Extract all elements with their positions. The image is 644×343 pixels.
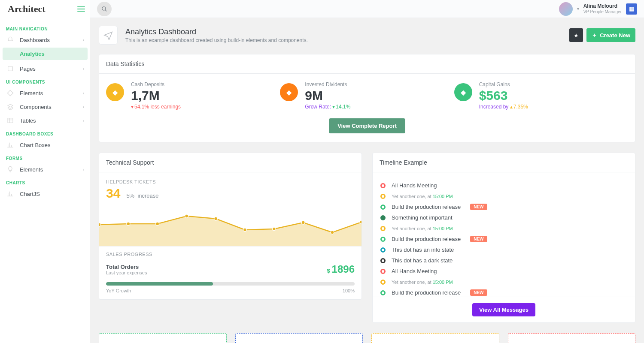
sidebar-item-tables[interactable]: Tables› [3, 114, 88, 127]
svg-point-8 [156, 222, 159, 226]
sidebar-item-label: Analytics [20, 51, 45, 57]
timeline-dot [380, 247, 386, 253]
sidebar-item-analytics[interactable]: Analytics [3, 48, 88, 60]
svg-line-5 [105, 9, 107, 11]
timeline-item: All Hands Meeting [380, 180, 627, 191]
stats-header: Data Statistics [99, 54, 635, 74]
svg-point-11 [243, 228, 247, 232]
sidebar-item-label: ChartJS [20, 191, 40, 197]
menu-toggle-icon[interactable] [77, 6, 85, 12]
brand-logo: Architect [8, 3, 46, 15]
plane-icon [103, 30, 113, 40]
sidebar-item-label: Tables [20, 117, 36, 124]
sidebar-item-chartjs[interactable]: ChartJS [3, 187, 88, 201]
stat-label: Invested Dividents [305, 81, 350, 87]
sales-legend: SALES PROGRESS [99, 246, 361, 257]
sidebar-item-label: Components [20, 104, 52, 110]
stat-delta: 54.1% [131, 104, 149, 110]
stat-icon: ◆ [454, 83, 472, 101]
chevron-right-icon: › [83, 167, 84, 172]
timeline-dot [380, 183, 386, 188]
sidebar: Architect MAIN NAVIGATIONDashboards›Anal… [0, 0, 90, 343]
support-header: Technical Support [99, 153, 361, 172]
timeline-text: Build the production release [392, 289, 461, 296]
sidebar-item-components[interactable]: Components› [3, 100, 88, 114]
timeline-item: This dot has an info state [380, 244, 627, 255]
sidebar-item-label: Dashboards [20, 37, 50, 43]
stat-icon: ◆ [106, 83, 124, 101]
search-button[interactable] [97, 2, 112, 16]
create-new-button[interactable]: ＋ Create New [586, 28, 635, 42]
mini-card-3[interactable] [371, 333, 499, 343]
view-messages-button[interactable]: View All Messages [472, 303, 535, 316]
topbar: ▾ Alina Mclourd VP People Manager ▦ [90, 0, 644, 18]
orders-subtitle: Last year expenses [106, 270, 147, 275]
helpdesk-pct: 5% [126, 193, 134, 199]
timeline-item: Yet another one, at 15:00 PM [380, 277, 627, 287]
sidebar-item-label: Elements [20, 90, 43, 96]
timeline-dot [380, 258, 386, 263]
sidebar-item-elements[interactable]: Elements› [3, 162, 88, 176]
helpdesk-note: increase [137, 193, 158, 199]
support-card: Technical Support HELPDESK TICKETS 34 5%… [99, 153, 362, 300]
sidebar-item-elements[interactable]: Elements› [3, 86, 88, 100]
orders-amount: $1896 [327, 263, 355, 275]
diamond-icon [7, 90, 14, 96]
star-icon: ★ [574, 32, 579, 39]
svg-point-14 [331, 231, 334, 234]
svg-point-9 [185, 214, 188, 218]
chevron-right-icon: › [83, 105, 84, 109]
helpdesk-chart [99, 203, 361, 246]
timeline-dot [380, 215, 386, 220]
svg-point-6 [99, 223, 101, 226]
mini-card-2[interactable] [235, 333, 363, 343]
nav-heading: UI COMPONENTS [3, 75, 88, 86]
mini-card-1[interactable] [99, 333, 227, 343]
timeline-text: This dot has a dark state [392, 257, 453, 264]
avatar[interactable] [559, 2, 573, 16]
timeline-dot [380, 226, 386, 231]
timeline-item: Build the production releaseNEW [380, 202, 627, 212]
timeline-dot [380, 194, 386, 199]
sidebar-item-dashboards[interactable]: Dashboards› [3, 33, 88, 47]
svg-rect-0 [8, 66, 13, 71]
layers-icon [7, 103, 14, 110]
timeline-dot [380, 205, 386, 210]
favorite-button[interactable]: ★ [569, 28, 583, 42]
timeline-item: All Hands Meeting [380, 266, 627, 277]
new-badge: NEW [470, 204, 487, 210]
helpdesk-value: 34 [106, 186, 120, 201]
timeline-text: All Hands Meeting [392, 182, 437, 189]
timeline-item: Yet another one, at 15:00 PM [380, 223, 627, 234]
view-report-button[interactable]: View Complete Report [329, 118, 405, 133]
nav-menu: MAIN NAVIGATIONDashboards›AnalyticsPages… [0, 18, 90, 343]
timeline-card: Timeline Example All Hands MeetingYet an… [372, 153, 635, 323]
chevron-down-icon[interactable]: ▾ [577, 6, 579, 11]
svg-rect-1 [8, 118, 13, 123]
user-role: VP People Manager [583, 9, 622, 15]
bulb-icon [7, 166, 14, 173]
svg-point-10 [214, 217, 218, 220]
sidebar-item-pages[interactable]: Pages› [3, 62, 88, 75]
calendar-button[interactable]: ▦ [626, 3, 637, 15]
timeline-text: Something not important [392, 214, 453, 221]
sidebar-item-chart-boxes[interactable]: Chart Boxes [3, 138, 88, 152]
timeline-item: Yet another one, at 15:00 PM [380, 191, 627, 202]
page-subtitle: This is an example dashboard created usi… [125, 37, 308, 43]
table-icon [7, 117, 14, 124]
svg-point-12 [272, 227, 276, 231]
stats-card: Data Statistics ◆Cash Deposits1,7M54.1% … [99, 54, 635, 142]
yoy-label: YoY Growth [106, 288, 131, 293]
sidebar-item-label: Chart Boxes [20, 142, 51, 148]
chevron-right-icon: › [83, 38, 84, 42]
stat-meta-label: Increased by [479, 104, 509, 110]
chevron-right-icon: › [83, 118, 84, 123]
mini-card-4[interactable] [508, 333, 636, 343]
helpdesk-legend: HELPDESK TICKETS [99, 172, 361, 184]
timeline-dot [380, 280, 386, 285]
page-title: Analytics Dashboard [125, 27, 308, 36]
timeline-text: Yet another one, at 15:00 PM [392, 280, 453, 285]
timeline-dot [380, 290, 386, 295]
timeline-dot [380, 237, 386, 242]
bell-icon [7, 36, 14, 43]
